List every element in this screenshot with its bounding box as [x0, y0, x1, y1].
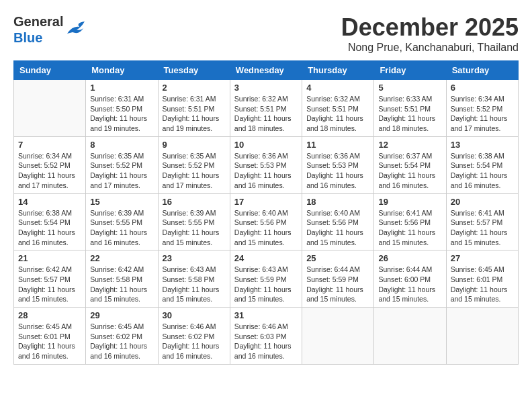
page-header: General Blue December 2025 Nong Prue, Ka…	[13, 13, 519, 54]
day-number: 9	[163, 140, 226, 150]
day-info: Sunrise: 6:36 AM Sunset: 5:53 PM Dayligh…	[234, 151, 298, 191]
day-number: 10	[234, 140, 298, 150]
day-number: 11	[306, 140, 369, 150]
weekday-header: Sunday	[14, 61, 86, 80]
day-number: 1	[90, 83, 153, 93]
calendar-day-cell: 11Sunrise: 6:36 AM Sunset: 5:53 PM Dayli…	[302, 136, 374, 193]
calendar-day-cell: 6Sunrise: 6:34 AM Sunset: 5:52 PM Daylig…	[446, 80, 518, 137]
calendar-day-cell	[374, 308, 446, 365]
day-info: Sunrise: 6:42 AM Sunset: 5:57 PM Dayligh…	[18, 265, 81, 304]
calendar-day-cell: 5Sunrise: 6:33 AM Sunset: 5:51 PM Daylig…	[374, 80, 446, 137]
day-number: 8	[90, 140, 153, 150]
calendar-day-cell: 12Sunrise: 6:37 AM Sunset: 5:54 PM Dayli…	[374, 136, 446, 193]
calendar-day-cell: 9Sunrise: 6:35 AM Sunset: 5:52 PM Daylig…	[158, 136, 230, 193]
day-number: 7	[18, 140, 81, 150]
calendar-day-cell: 1Sunrise: 6:31 AM Sunset: 5:50 PM Daylig…	[86, 80, 158, 137]
day-number: 21	[18, 253, 81, 263]
calendar-day-cell: 28Sunrise: 6:45 AM Sunset: 6:01 PM Dayli…	[14, 308, 86, 365]
calendar-day-cell: 29Sunrise: 6:45 AM Sunset: 6:02 PM Dayli…	[86, 308, 158, 365]
logo: General Blue	[13, 13, 86, 46]
day-number: 13	[451, 140, 514, 150]
calendar-day-cell: 24Sunrise: 6:43 AM Sunset: 5:59 PM Dayli…	[230, 250, 302, 308]
day-info: Sunrise: 6:32 AM Sunset: 5:51 PM Dayligh…	[306, 94, 369, 134]
day-number: 2	[163, 83, 226, 93]
day-info: Sunrise: 6:41 AM Sunset: 5:56 PM Dayligh…	[378, 208, 441, 248]
logo-general: General	[13, 13, 63, 30]
calendar-day-cell: 22Sunrise: 6:42 AM Sunset: 5:58 PM Dayli…	[86, 250, 158, 308]
day-info: Sunrise: 6:34 AM Sunset: 5:52 PM Dayligh…	[18, 151, 81, 191]
calendar-day-cell: 31Sunrise: 6:46 AM Sunset: 6:03 PM Dayli…	[230, 308, 302, 365]
calendar-day-cell: 26Sunrise: 6:44 AM Sunset: 6:00 PM Dayli…	[374, 250, 446, 308]
day-info: Sunrise: 6:45 AM Sunset: 6:01 PM Dayligh…	[451, 265, 514, 304]
calendar-day-cell: 2Sunrise: 6:31 AM Sunset: 5:51 PM Daylig…	[158, 80, 230, 137]
calendar-week-row: 28Sunrise: 6:45 AM Sunset: 6:01 PM Dayli…	[14, 308, 519, 365]
day-info: Sunrise: 6:42 AM Sunset: 5:58 PM Dayligh…	[90, 265, 153, 304]
calendar-week-row: 1Sunrise: 6:31 AM Sunset: 5:50 PM Daylig…	[14, 80, 519, 137]
day-number: 17	[234, 197, 298, 207]
day-number: 18	[306, 197, 369, 207]
day-number: 26	[378, 253, 441, 263]
day-info: Sunrise: 6:38 AM Sunset: 5:54 PM Dayligh…	[451, 151, 514, 191]
calendar-day-cell: 13Sunrise: 6:38 AM Sunset: 5:54 PM Dayli…	[446, 136, 518, 193]
calendar-day-cell: 23Sunrise: 6:43 AM Sunset: 5:58 PM Dayli…	[158, 250, 230, 308]
day-info: Sunrise: 6:38 AM Sunset: 5:54 PM Dayligh…	[18, 208, 81, 248]
weekday-header: Monday	[86, 61, 158, 80]
calendar-day-cell: 8Sunrise: 6:35 AM Sunset: 5:52 PM Daylig…	[86, 136, 158, 193]
day-info: Sunrise: 6:46 AM Sunset: 6:03 PM Dayligh…	[234, 322, 298, 361]
calendar-header-row: SundayMondayTuesdayWednesdayThursdayFrid…	[14, 61, 519, 80]
weekday-header: Thursday	[302, 61, 374, 80]
calendar-day-cell: 17Sunrise: 6:40 AM Sunset: 5:56 PM Dayli…	[230, 193, 302, 250]
day-info: Sunrise: 6:36 AM Sunset: 5:53 PM Dayligh…	[306, 151, 369, 191]
day-info: Sunrise: 6:45 AM Sunset: 6:02 PM Dayligh…	[90, 322, 153, 361]
location: Nong Prue, Kanchanaburi, Thailand	[341, 42, 519, 54]
day-info: Sunrise: 6:35 AM Sunset: 5:52 PM Dayligh…	[90, 151, 153, 191]
day-number: 29	[90, 310, 153, 320]
calendar-table: SundayMondayTuesdayWednesdayThursdayFrid…	[13, 60, 519, 365]
calendar-day-cell: 14Sunrise: 6:38 AM Sunset: 5:54 PM Dayli…	[14, 193, 86, 250]
day-number: 31	[234, 310, 298, 320]
day-info: Sunrise: 6:44 AM Sunset: 5:59 PM Dayligh…	[306, 265, 369, 304]
day-info: Sunrise: 6:43 AM Sunset: 5:58 PM Dayligh…	[163, 265, 226, 304]
day-number: 20	[451, 197, 514, 207]
day-info: Sunrise: 6:41 AM Sunset: 5:57 PM Dayligh…	[451, 208, 514, 248]
calendar-day-cell: 21Sunrise: 6:42 AM Sunset: 5:57 PM Dayli…	[14, 250, 86, 308]
calendar-week-row: 21Sunrise: 6:42 AM Sunset: 5:57 PM Dayli…	[14, 250, 519, 308]
day-info: Sunrise: 6:45 AM Sunset: 6:01 PM Dayligh…	[18, 322, 81, 361]
day-number: 5	[378, 83, 441, 93]
day-number: 22	[90, 253, 153, 263]
month-title: December 2025	[341, 13, 519, 42]
calendar-day-cell: 19Sunrise: 6:41 AM Sunset: 5:56 PM Dayli…	[374, 193, 446, 250]
day-number: 19	[378, 197, 441, 207]
calendar-day-cell	[302, 308, 374, 365]
calendar-day-cell: 4Sunrise: 6:32 AM Sunset: 5:51 PM Daylig…	[302, 80, 374, 137]
calendar-day-cell: 27Sunrise: 6:45 AM Sunset: 6:01 PM Dayli…	[446, 250, 518, 308]
day-number: 24	[234, 253, 298, 263]
calendar-day-cell: 15Sunrise: 6:39 AM Sunset: 5:55 PM Dayli…	[86, 193, 158, 250]
day-number: 23	[163, 253, 226, 263]
day-number: 14	[18, 197, 81, 207]
day-number: 30	[163, 310, 226, 320]
day-number: 27	[451, 253, 514, 263]
day-number: 6	[451, 83, 514, 93]
day-info: Sunrise: 6:31 AM Sunset: 5:50 PM Dayligh…	[90, 94, 153, 134]
calendar-day-cell: 7Sunrise: 6:34 AM Sunset: 5:52 PM Daylig…	[14, 136, 86, 193]
calendar-day-cell: 30Sunrise: 6:46 AM Sunset: 6:02 PM Dayli…	[158, 308, 230, 365]
title-area: December 2025 Nong Prue, Kanchanaburi, T…	[341, 13, 519, 54]
day-info: Sunrise: 6:37 AM Sunset: 5:54 PM Dayligh…	[378, 151, 441, 191]
weekday-header: Friday	[374, 61, 446, 80]
calendar-day-cell	[14, 80, 86, 137]
day-info: Sunrise: 6:34 AM Sunset: 5:52 PM Dayligh…	[451, 94, 514, 134]
day-number: 15	[90, 197, 153, 207]
day-info: Sunrise: 6:46 AM Sunset: 6:02 PM Dayligh…	[163, 322, 226, 361]
day-info: Sunrise: 6:39 AM Sunset: 5:55 PM Dayligh…	[163, 208, 226, 248]
calendar-week-row: 7Sunrise: 6:34 AM Sunset: 5:52 PM Daylig…	[14, 136, 519, 193]
weekday-header: Saturday	[446, 61, 518, 80]
logo-blue: Blue	[13, 30, 63, 46]
logo-text: General Blue	[13, 13, 63, 46]
day-info: Sunrise: 6:40 AM Sunset: 5:56 PM Dayligh…	[234, 208, 298, 248]
day-info: Sunrise: 6:33 AM Sunset: 5:51 PM Dayligh…	[378, 94, 441, 134]
weekday-header: Wednesday	[230, 61, 302, 80]
weekday-header: Tuesday	[158, 61, 230, 80]
day-number: 28	[18, 310, 81, 320]
day-number: 25	[306, 253, 369, 263]
